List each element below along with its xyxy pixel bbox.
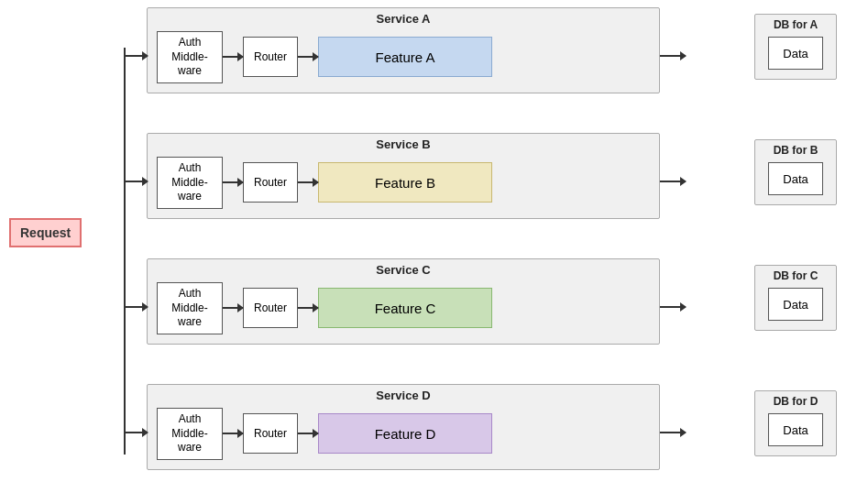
service-label-c: Service C bbox=[148, 259, 659, 282]
auth-middleware-c: Auth Middle-ware bbox=[157, 282, 223, 334]
db-panel-d: DB for DData bbox=[754, 390, 837, 456]
arrow-auth-router-d bbox=[223, 433, 243, 434]
arrow-service-db-a bbox=[660, 55, 686, 57]
router-box-c: Router bbox=[243, 288, 298, 328]
service-label-b: Service B bbox=[148, 134, 659, 157]
service-inner-b: Auth Middle-wareRouterFeature B bbox=[148, 157, 659, 218]
db-inner-c: Data bbox=[755, 288, 836, 330]
db-panel-a: DB for AData bbox=[754, 14, 837, 80]
request-vertical-line bbox=[124, 48, 126, 455]
arrow-router-feature-d bbox=[298, 433, 318, 434]
request-arrow-c bbox=[124, 306, 148, 308]
service-panel-a: Service AAuth Middle-wareRouterFeature A bbox=[147, 7, 660, 93]
service-inner-d: Auth Middle-wareRouterFeature D bbox=[148, 408, 659, 469]
feature-box-c: Feature C bbox=[318, 288, 492, 328]
auth-middleware-d: Auth Middle-ware bbox=[157, 408, 223, 460]
db-panel-c: DB for CData bbox=[754, 265, 837, 331]
arrow-service-db-c bbox=[660, 306, 686, 308]
db-panel-b: DB for BData bbox=[754, 139, 837, 205]
db-label-a: DB for A bbox=[755, 15, 836, 37]
db-inner-d: Data bbox=[755, 413, 836, 455]
feature-box-b: Feature B bbox=[318, 162, 492, 203]
arrow-router-feature-c bbox=[298, 307, 318, 309]
router-box-b: Router bbox=[243, 162, 298, 203]
data-box-b: Data bbox=[768, 162, 823, 195]
arrow-auth-router-c bbox=[223, 307, 243, 309]
service-inner-a: Auth Middle-wareRouterFeature A bbox=[148, 31, 659, 93]
feature-box-a: Feature A bbox=[318, 37, 492, 77]
arrow-router-feature-b bbox=[298, 181, 318, 183]
service-label-a: Service A bbox=[148, 8, 659, 31]
arrow-service-db-b bbox=[660, 181, 686, 182]
request-box: Request bbox=[9, 218, 82, 247]
auth-middleware-a: Auth Middle-ware bbox=[157, 31, 223, 83]
db-label-c: DB for C bbox=[755, 266, 836, 288]
router-box-d: Router bbox=[243, 413, 298, 454]
service-label-d: Service D bbox=[148, 385, 659, 408]
db-inner-a: Data bbox=[755, 37, 836, 79]
service-panel-c: Service CAuth Middle-wareRouterFeature C bbox=[147, 258, 660, 345]
diagram-container: Request Service AAuth Middle-wareRouterF… bbox=[0, 0, 846, 504]
arrow-router-feature-a bbox=[298, 56, 318, 58]
service-panel-b: Service BAuth Middle-wareRouterFeature B bbox=[147, 133, 660, 219]
data-box-a: Data bbox=[768, 37, 823, 70]
data-box-d: Data bbox=[768, 413, 823, 446]
service-panel-d: Service DAuth Middle-wareRouterFeature D bbox=[147, 384, 660, 470]
service-inner-c: Auth Middle-wareRouterFeature C bbox=[148, 282, 659, 344]
auth-middleware-b: Auth Middle-ware bbox=[157, 157, 223, 209]
router-box-a: Router bbox=[243, 37, 298, 77]
db-inner-b: Data bbox=[755, 162, 836, 204]
db-label-b: DB for B bbox=[755, 140, 836, 162]
db-label-d: DB for D bbox=[755, 391, 836, 413]
arrow-service-db-d bbox=[660, 432, 686, 433]
feature-box-d: Feature D bbox=[318, 413, 492, 454]
request-arrow-a bbox=[124, 55, 148, 57]
arrow-auth-router-b bbox=[223, 181, 243, 183]
arrow-auth-router-a bbox=[223, 56, 243, 58]
data-box-c: Data bbox=[768, 288, 823, 321]
request-arrow-d bbox=[124, 432, 148, 433]
request-arrow-b bbox=[124, 181, 148, 182]
request-label: Request bbox=[20, 225, 71, 240]
